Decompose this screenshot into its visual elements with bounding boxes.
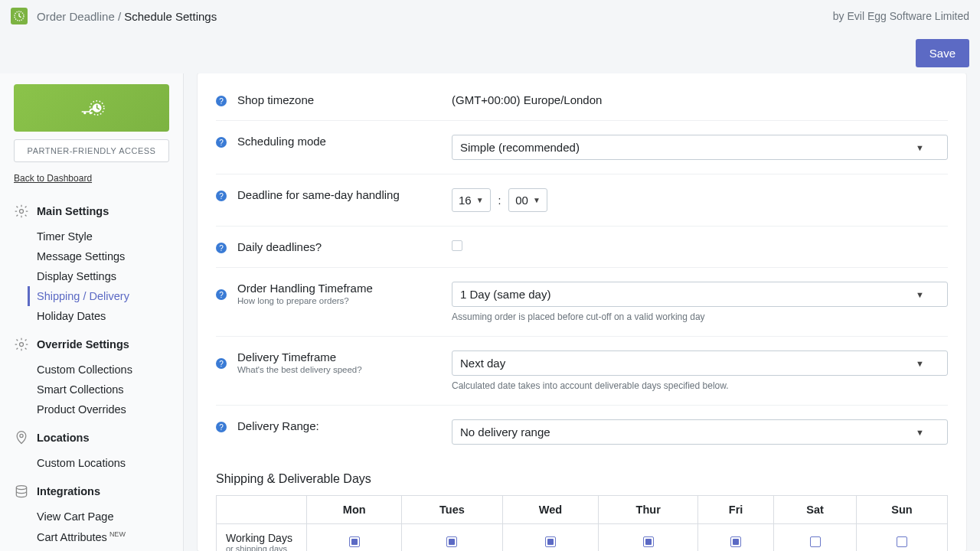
chevron-down-icon: ▼ bbox=[916, 428, 924, 437]
app-logo-icon bbox=[11, 8, 28, 24]
sidebar-hero bbox=[14, 84, 169, 132]
day-col: Tues bbox=[402, 496, 502, 524]
help-icon[interactable]: ? bbox=[216, 96, 227, 106]
handling-sublabel: How long to prepare orders? bbox=[237, 296, 452, 305]
breadcrumb-parent[interactable]: Order Deadline bbox=[37, 10, 115, 23]
delivery-label: Delivery Timeframe bbox=[237, 350, 452, 364]
handling-label: Order Handling Timeframe bbox=[237, 282, 452, 295]
sidebar-item[interactable]: Smart Collections bbox=[37, 380, 169, 399]
chevron-down-icon: ▼ bbox=[916, 290, 924, 299]
handling-hint: Assuming order is placed before cut-off … bbox=[452, 311, 948, 322]
deadline-hour-select[interactable]: 16▼ bbox=[452, 188, 491, 212]
day-checkbox[interactable] bbox=[730, 536, 741, 547]
day-checkbox[interactable] bbox=[446, 536, 457, 547]
help-icon[interactable]: ? bbox=[216, 422, 227, 432]
day-col: Sat bbox=[774, 496, 857, 524]
day-col: Wed bbox=[502, 496, 599, 524]
sidebar-group-head: Main Settings bbox=[14, 204, 169, 219]
breadcrumb: Order Deadline / Schedule Settings bbox=[37, 10, 217, 23]
scheduling-mode-label: Scheduling mode bbox=[237, 135, 452, 148]
help-icon[interactable]: ? bbox=[216, 243, 227, 253]
days-heading: Shipping & Deliverable Days bbox=[216, 472, 948, 486]
day-col: Mon bbox=[307, 496, 402, 524]
timezone-value: (GMT+00:00) Europe/London bbox=[452, 93, 948, 106]
deadline-label: Deadline for same-day handling bbox=[237, 188, 452, 201]
sidebar-item[interactable]: Message Settings bbox=[37, 246, 169, 266]
savebar: Save bbox=[0, 32, 980, 73]
sidebar-item[interactable]: Product Overrides bbox=[37, 399, 169, 419]
delivery-range-select[interactable]: No delivery range▼ bbox=[452, 419, 948, 445]
delivery-range-label: Delivery Range: bbox=[237, 419, 452, 432]
sidebar-item[interactable]: Display Settings bbox=[37, 266, 169, 286]
svg-point-7 bbox=[20, 434, 23, 437]
sidebar-group-head: Override Settings bbox=[14, 337, 169, 352]
sidebar-group-head: Locations bbox=[14, 430, 169, 445]
settings-card: ? Shop timezone (GMT+00:00) Europe/Londo… bbox=[198, 73, 966, 551]
day-col: Sun bbox=[857, 496, 948, 524]
breadcrumb-current: Schedule Settings bbox=[124, 10, 217, 23]
topbar: Order Deadline / Schedule Settings by Ev… bbox=[0, 0, 980, 32]
svg-point-8 bbox=[16, 486, 26, 490]
sidebar-item[interactable]: View Cart Page bbox=[37, 507, 169, 527]
day-checkbox[interactable] bbox=[545, 536, 556, 547]
back-to-dashboard-link[interactable]: Back to Dashboard bbox=[14, 173, 92, 184]
svg-point-4 bbox=[89, 112, 91, 114]
table-row: Working Daysor shipping days bbox=[217, 524, 948, 552]
row-head: Working Daysor shipping days bbox=[217, 524, 307, 552]
chevron-down-icon: ▼ bbox=[476, 196, 484, 204]
chevron-down-icon: ▼ bbox=[916, 359, 924, 368]
sidebar-item[interactable]: Cart AttributesNEW bbox=[37, 527, 169, 547]
help-icon[interactable]: ? bbox=[216, 137, 227, 148]
days-table: MonTuesWedThurFriSatSun Working Daysor s… bbox=[216, 495, 948, 551]
sidebar-item[interactable]: Custom Collections bbox=[37, 360, 169, 380]
chevron-down-icon: ▼ bbox=[533, 196, 541, 204]
partner-access-button[interactable]: PARTNER-FRIENDLY ACCESS bbox=[14, 139, 169, 162]
sidebar-group-head: Integrations bbox=[14, 484, 169, 499]
timezone-label: Shop timezone bbox=[237, 93, 452, 106]
chevron-down-icon: ▼ bbox=[916, 143, 924, 152]
delivery-timeframe-select[interactable]: Next day▼ bbox=[452, 350, 948, 376]
sidebar-item[interactable]: Shipping / Delivery bbox=[28, 286, 169, 306]
deadline-minute-select[interactable]: 00▼ bbox=[508, 188, 547, 212]
help-icon[interactable]: ? bbox=[216, 191, 227, 201]
save-button[interactable]: Save bbox=[916, 39, 969, 67]
svg-point-6 bbox=[20, 343, 24, 347]
delivery-hint: Calculated date takes into account deliv… bbox=[452, 380, 948, 391]
svg-point-3 bbox=[83, 112, 86, 114]
day-col: Thur bbox=[599, 496, 698, 524]
svg-point-5 bbox=[20, 210, 24, 214]
day-checkbox[interactable] bbox=[643, 536, 654, 547]
day-checkbox[interactable] bbox=[349, 536, 360, 547]
help-icon[interactable]: ? bbox=[216, 358, 227, 369]
day-checkbox[interactable] bbox=[810, 536, 821, 547]
daily-deadlines-label: Daily deadlines? bbox=[237, 240, 452, 253]
sidebar-item[interactable]: Holiday Dates bbox=[37, 306, 169, 326]
delivery-sublabel: What's the best delivery speed? bbox=[237, 365, 452, 374]
daily-deadlines-checkbox[interactable] bbox=[452, 240, 462, 251]
sidebar: PARTNER-FRIENDLY ACCESS Back to Dashboar… bbox=[0, 73, 184, 551]
author-label: by Evil Egg Software Limited bbox=[833, 10, 969, 22]
day-col: Fri bbox=[698, 496, 774, 524]
help-icon[interactable]: ? bbox=[216, 289, 227, 300]
sidebar-item[interactable]: Timer Style bbox=[37, 227, 169, 246]
handling-timeframe-select[interactable]: 1 Day (same day)▼ bbox=[452, 282, 948, 307]
day-checkbox[interactable] bbox=[897, 536, 907, 547]
scheduling-mode-select[interactable]: Simple (recommended)▼ bbox=[452, 135, 948, 160]
sidebar-item[interactable]: Custom Locations bbox=[37, 453, 169, 473]
